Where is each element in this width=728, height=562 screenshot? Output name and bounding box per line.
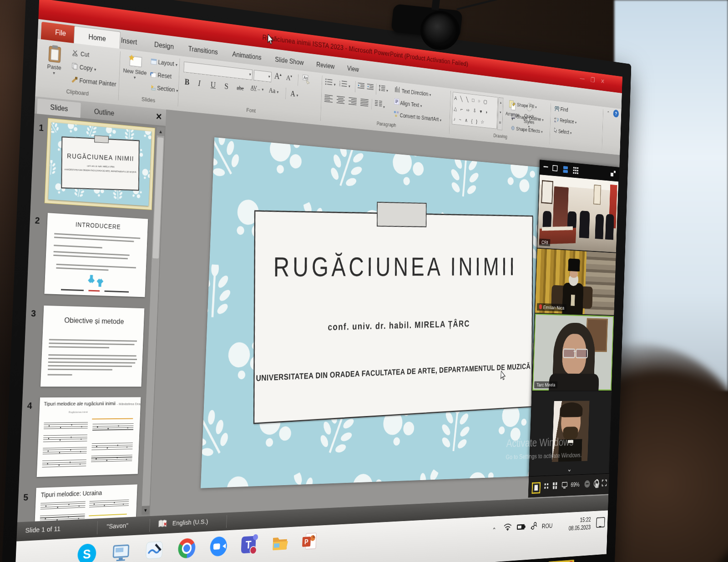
slide-thumbnail-2[interactable]: INTRODUCERE	[44, 213, 148, 297]
font-name-combobox[interactable]: ▾	[183, 61, 253, 80]
minimize-icon[interactable]: —	[580, 75, 585, 83]
bold-button[interactable]: B	[184, 77, 189, 87]
clear-formatting-icon: Aa	[302, 74, 311, 85]
strikethrough-button[interactable]: abe	[237, 85, 244, 92]
format-painter-button[interactable]: Format Painter	[71, 76, 116, 89]
taskbar-zoom-icon[interactable]	[210, 536, 228, 557]
tab-view[interactable]: View	[342, 60, 364, 78]
find-button[interactable]: Find	[555, 105, 568, 114]
spellcheck-icon[interactable]	[158, 519, 168, 529]
taskbar-chrome-icon[interactable]	[178, 538, 197, 560]
shapes-gallery-scrollbar[interactable]: ▲▼▤	[497, 97, 503, 130]
replace-button[interactable]: abacReplace ▾	[554, 116, 577, 125]
scroll-up-icon[interactable]: ▲	[157, 127, 164, 136]
change-case-button[interactable]: Aa ▾	[269, 86, 279, 95]
slide-thumbnail-4[interactable]: Tipuri melodice ale rugăciunii inimii - …	[37, 397, 141, 477]
maximize-icon[interactable]	[552, 165, 558, 171]
speaker-view-icon[interactable]	[563, 166, 568, 173]
clock[interactable]: 15:22 08.05.2023	[560, 516, 591, 533]
scroll-down-icon[interactable]: ▼	[142, 506, 150, 515]
numbering-button[interactable]: 123 ▾	[339, 80, 350, 89]
clear-formatting-button[interactable]: Aa	[302, 74, 310, 86]
taskbar-powerpoint-icon[interactable]: P	[301, 531, 318, 552]
taskbar-file-explorer-icon[interactable]	[272, 533, 289, 554]
align-left-icon	[324, 95, 333, 103]
justify-button[interactable]	[360, 99, 369, 108]
wifi-icon[interactable]	[503, 523, 512, 532]
align-center-button[interactable]	[337, 96, 345, 105]
italic-button[interactable]: I	[198, 79, 201, 88]
slide-thumbnail-3[interactable]: Obiective și metode	[40, 306, 144, 387]
shape-fill-button[interactable]: Shape Fill ▾	[511, 101, 536, 110]
paste-button[interactable]: Paste▾	[42, 44, 67, 77]
slide-thumbnail-1[interactable]: RUGĂCIUNEA INIMII conf. univ. dr. habil.…	[48, 122, 152, 206]
font-size-combobox[interactable]: ▾	[253, 70, 272, 82]
columns-button[interactable]: ▾	[374, 100, 385, 110]
hidden-icons-chevron[interactable]: ⌃	[492, 526, 496, 534]
pattern-dots	[265, 137, 309, 181]
shrink-font-button[interactable]: A▾	[286, 74, 292, 83]
dnd-icon[interactable]	[584, 480, 590, 488]
copy-button[interactable]: Copy ▾	[72, 63, 96, 74]
keyboard-language[interactable]: ROU	[542, 522, 553, 530]
collapse-ribbon-icon[interactable]: ⌃	[607, 110, 610, 116]
increase-indent-icon	[367, 83, 374, 90]
chevron-down-icon[interactable]: ⌄	[567, 464, 572, 473]
cut-button[interactable]: Cut	[72, 49, 90, 59]
help-icon[interactable]: ?	[613, 110, 619, 118]
align-left-button[interactable]	[324, 95, 333, 104]
restore-icon[interactable]: ❐	[591, 76, 595, 84]
battery-icon[interactable]	[516, 523, 526, 531]
panel-close-icon[interactable]: ✕	[156, 111, 162, 122]
grid-dots-icon[interactable]	[544, 483, 548, 490]
minimize-icon[interactable]	[544, 166, 548, 167]
action-center-icon[interactable]	[596, 517, 605, 528]
convert-smartart-button[interactable]: Convert to SmartArt ▾	[394, 111, 441, 123]
language-indicator[interactable]: English (U.S.)	[172, 518, 208, 527]
align-text-button[interactable]: Align Text ▾	[394, 98, 422, 108]
section-button[interactable]: Section ▾	[150, 84, 178, 95]
reset-button[interactable]: Reset	[150, 70, 172, 80]
display-icon[interactable]	[561, 482, 567, 490]
underline-button[interactable]: U	[211, 80, 216, 90]
taskbar-whiteboard-icon[interactable]	[145, 540, 164, 562]
pen-icon[interactable]	[531, 521, 538, 531]
person-silhouette	[579, 211, 590, 238]
increase-indent-button[interactable]	[367, 83, 374, 91]
apps-icon[interactable]	[553, 482, 557, 491]
popout-icon[interactable]	[611, 171, 616, 178]
character-spacing-button[interactable]: A̲V̲↔ ▾	[250, 85, 263, 93]
line-spacing-button[interactable]: ▾	[379, 85, 388, 93]
shape-outline-button[interactable]: Shape Outline ▾	[511, 113, 543, 123]
shadow-button[interactable]: S	[224, 81, 228, 91]
taskbar-skype-icon[interactable]: S	[77, 543, 97, 562]
shape-outline-icon	[511, 114, 515, 120]
grow-font-button[interactable]: A▴	[274, 70, 282, 81]
gallery-view-icon[interactable]	[573, 167, 579, 176]
align-right-button[interactable]	[349, 97, 357, 106]
shape-effects-button[interactable]: Shape Effects ▾	[511, 125, 543, 135]
taskbar-teams-icon[interactable]: T	[241, 534, 258, 555]
close-icon[interactable]: ✕	[601, 77, 605, 85]
tab-outline[interactable]: Outline	[82, 103, 126, 122]
bullets-button[interactable]: ▾	[325, 78, 335, 87]
presentation-icon[interactable]	[531, 482, 541, 494]
taskbar-display-icon[interactable]	[111, 542, 131, 562]
decrease-indent-button[interactable]	[358, 82, 364, 90]
current-slide[interactable]: RUGĂCIUNEA INIMII conf. univ. dr. habil.…	[201, 137, 566, 488]
select-button[interactable]: Select ▾	[554, 128, 572, 136]
layout-button[interactable]: Layout ▾	[151, 58, 177, 69]
participant-tile[interactable]: CRI	[537, 175, 618, 252]
text-direction-button[interactable]: Text Direction ▾	[394, 86, 431, 98]
participant-tile[interactable]: ⌄	[529, 391, 611, 477]
expand-icon[interactable]	[602, 480, 607, 488]
tab-slides[interactable]: Slides	[37, 99, 81, 118]
thumb4-suffix: - Mănăstirea Dragomirna	[117, 402, 141, 406]
pattern-leaf	[201, 263, 234, 319]
participant-tile-active[interactable]: Tarc Mirela	[532, 313, 614, 391]
new-slide-button[interactable]: New Slide▾	[122, 54, 148, 81]
card-notch	[377, 202, 426, 227]
shapes-gallery[interactable]: A ╲ ╲ □ ○ ▢△ ⌐ ⇨ ⇩ ♥ ◗♪ ~ ∧ { } ☆	[452, 92, 498, 129]
participant-tile[interactable]: Emilian Nica	[535, 249, 616, 316]
font-color-button[interactable]: A ▾	[290, 89, 298, 99]
